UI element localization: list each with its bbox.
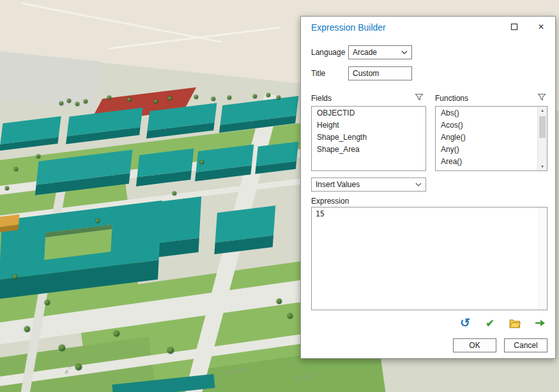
courtyard-lawn (44, 225, 112, 260)
field-item[interactable]: Shape_Area (312, 143, 425, 155)
tree-marker (194, 95, 198, 99)
tree-marker (75, 364, 82, 370)
validate-check-icon: ✔ (486, 317, 494, 329)
title-input[interactable] (348, 66, 412, 80)
ok-button[interactable]: OK (453, 338, 496, 352)
field-item[interactable]: Height (312, 119, 425, 131)
tree-marker (211, 97, 215, 101)
scrollbar-thumb[interactable] (539, 116, 546, 138)
tree-marker (127, 98, 131, 102)
maximize-button[interactable] (507, 20, 522, 33)
functions-filter-funnel-icon[interactable] (537, 93, 546, 102)
tree-marker (172, 192, 176, 195)
language-label: Language (311, 45, 345, 59)
undo-icon: ↺ (460, 317, 470, 329)
title-label: Title (311, 66, 325, 80)
function-item[interactable]: Angle() (436, 131, 537, 143)
field-item[interactable]: Shape_Length (312, 131, 425, 143)
function-item[interactable]: Area() (436, 155, 537, 167)
tree-marker (5, 186, 9, 190)
tree-marker (167, 347, 174, 354)
tree-marker (13, 275, 17, 279)
cancel-button[interactable]: Cancel (504, 338, 548, 352)
folder-open-icon (509, 319, 521, 328)
language-dropdown[interactable]: Arcade (348, 45, 412, 59)
tree-marker (67, 99, 71, 103)
tree-marker (45, 300, 50, 305)
insert-values-label: Insert Values (316, 180, 413, 189)
tree-marker (59, 345, 65, 351)
chevron-down-icon (415, 183, 422, 187)
tree-marker (168, 96, 172, 100)
open-file-button[interactable] (509, 317, 521, 329)
export-arrow-icon (534, 317, 546, 329)
functions-label: Functions (435, 91, 468, 105)
tree-marker (227, 96, 231, 100)
tree-marker (200, 160, 204, 164)
expression-toolbar: ↺ ✔ (301, 315, 546, 331)
field-item[interactable]: OBJECTID (312, 107, 425, 119)
dialog-title: Expression Builder (311, 22, 386, 33)
chevron-down-icon (401, 50, 408, 55)
tree-marker (277, 299, 282, 304)
tree-marker (277, 96, 280, 100)
tree-marker (14, 167, 18, 171)
undo-button[interactable]: ↺ (459, 317, 471, 329)
building-extrusion-orange (0, 215, 20, 227)
tree-marker (107, 96, 111, 100)
fields-label: Fields (311, 91, 332, 105)
expression-label: Expression (311, 194, 349, 208)
expression-editor[interactable]: 15 (311, 207, 548, 310)
tree-marker (253, 94, 257, 98)
scroll-down-icon[interactable]: ▼ (538, 165, 547, 169)
insert-values-dropdown[interactable]: Insert Values (311, 177, 426, 192)
scroll-up-icon[interactable]: ▲ (538, 109, 547, 112)
maximize-icon (510, 23, 518, 31)
tree-marker (59, 102, 63, 105)
functions-listbox[interactable]: Abs() Acos() Angle() Any() Area() ▲ ▼ (435, 106, 548, 171)
function-item[interactable]: Any() (436, 143, 537, 155)
validate-button[interactable]: ✔ (484, 317, 496, 329)
function-item[interactable]: Acos() (436, 119, 537, 131)
tree-marker (287, 313, 293, 319)
tree-marker (154, 100, 158, 103)
export-button[interactable] (533, 317, 546, 329)
tree-marker (84, 100, 88, 103)
function-item[interactable]: Abs() (436, 107, 537, 119)
close-icon: ✕ (538, 22, 544, 31)
far-road (109, 27, 280, 50)
tree-marker (24, 326, 30, 332)
tree-marker (36, 155, 40, 158)
fields-filter-funnel-icon[interactable] (415, 93, 424, 102)
tree-marker (114, 331, 119, 336)
language-value: Arcade (353, 48, 399, 57)
expression-builder-dialog: Expression Builder ✕ Language Arcade Tit… (300, 16, 556, 359)
tree-marker (96, 219, 100, 223)
expression-input[interactable]: 15 (312, 207, 547, 310)
close-button[interactable]: ✕ (533, 20, 549, 33)
functions-scrollbar[interactable]: ▲ ▼ (537, 107, 547, 170)
fields-listbox[interactable]: OBJECTID Height Shape_Length Shape_Area (311, 106, 426, 171)
dialog-buttons: OK Cancel (301, 338, 548, 352)
dialog-titlebar[interactable]: Expression Builder ✕ (301, 17, 555, 37)
tree-marker (266, 93, 270, 97)
tree-marker (75, 102, 79, 106)
expression-scrollbar[interactable] (539, 207, 547, 310)
